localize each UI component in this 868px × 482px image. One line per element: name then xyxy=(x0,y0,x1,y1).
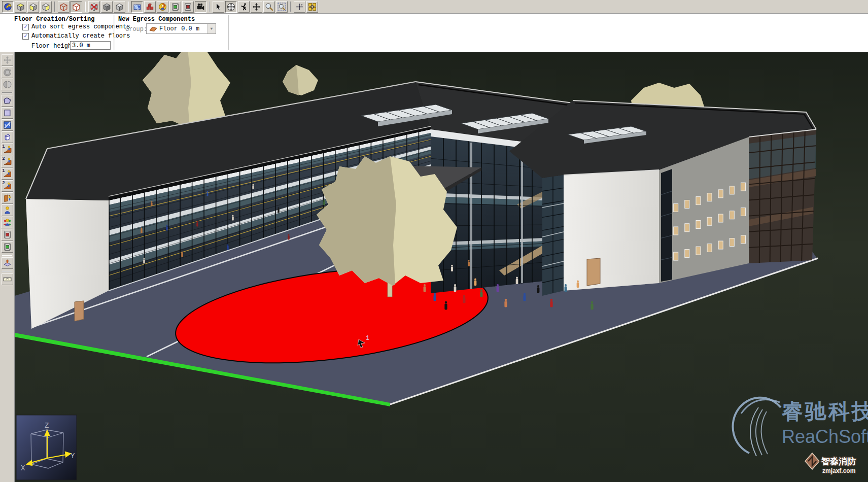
axis-z-label: Z xyxy=(45,422,49,430)
stairs-one-point-tool-button[interactable]: 1 xyxy=(2,144,13,155)
group-label: Group: xyxy=(125,26,147,33)
new-egress-panel-title: New Egress Components xyxy=(118,16,195,23)
toolbar-separator xyxy=(85,2,86,12)
toolbar-separator xyxy=(54,2,55,12)
floor-creation-panel-title: Floor Creation/Sorting xyxy=(14,16,94,23)
select-tool-button[interactable] xyxy=(213,1,224,13)
solid-light-button[interactable] xyxy=(114,1,125,13)
zoom-extents-button[interactable] xyxy=(306,1,318,13)
rectangle-room-tool-button[interactable] xyxy=(2,107,13,119)
panel-separator xyxy=(114,15,115,50)
options-panel-bar: Floor Creation/Sorting ✓ Auto sort egres… xyxy=(0,14,868,52)
floor-icon xyxy=(149,25,157,32)
axis-y-label: Y xyxy=(71,452,75,460)
show-obstructions-button[interactable] xyxy=(144,1,156,13)
checkmark-icon: ✓ xyxy=(24,24,27,30)
toolbar-separator xyxy=(209,2,210,12)
side-view-button[interactable] xyxy=(40,1,52,13)
rotate-tool-button[interactable] xyxy=(2,66,13,78)
show-transparency-button[interactable] xyxy=(131,1,143,13)
extract-floor-tool-button[interactable] xyxy=(2,257,13,269)
measure-tool-button[interactable] xyxy=(2,273,13,285)
top-view-button[interactable] xyxy=(15,1,26,13)
main-toolbar xyxy=(0,0,868,14)
group-dropdown[interactable]: Floor 0.0 m ▼ xyxy=(146,23,216,34)
hide-geometry-button[interactable] xyxy=(88,1,100,13)
add-occupant-group-tool-button[interactable] xyxy=(2,217,13,228)
group-dropdown-value: Floor 0.0 m xyxy=(159,25,207,32)
walk-tool-button[interactable] xyxy=(238,1,250,13)
dropdown-arrow-icon[interactable]: ▼ xyxy=(207,24,216,33)
sidebar-separator xyxy=(2,92,12,93)
tools-sidebar: 1 2 1 2 xyxy=(0,52,15,482)
orbit-tool-button[interactable] xyxy=(225,1,237,13)
stairs-two-point-tool-button[interactable]: 2 xyxy=(2,156,13,167)
sidebar-separator xyxy=(2,255,12,256)
move-tool-button[interactable] xyxy=(2,54,13,66)
obstruction-tool-button[interactable] xyxy=(2,131,13,143)
toolbar-separator xyxy=(128,2,129,12)
watermark-brand-cn: 睿驰科技 xyxy=(781,399,868,423)
show-cameras-button[interactable] xyxy=(195,1,206,13)
show-doors-button[interactable] xyxy=(169,1,181,13)
pan-tool-button[interactable] xyxy=(251,1,262,13)
checkmark-icon: ✓ xyxy=(24,33,27,39)
watermark-logo-cn: 智淼消防 xyxy=(821,457,856,466)
pathfinder-app-window: Floor Creation/Sorting ✓ Auto sort egres… xyxy=(0,0,868,482)
panel-separator xyxy=(228,15,229,50)
front-view-button[interactable] xyxy=(27,1,39,13)
solid-dark-button[interactable] xyxy=(101,1,113,13)
auto-sort-checkbox[interactable]: ✓ xyxy=(22,24,29,30)
3d-viewport[interactable]: 1 xyxy=(15,52,868,482)
add-occupant-tool-button[interactable] xyxy=(2,204,13,216)
watermark-brand-en: ReaChSoft xyxy=(782,426,868,447)
ramp-two-point-tool-button[interactable]: 2 xyxy=(2,180,13,192)
sidebar-separator xyxy=(2,271,12,272)
wireframe-button[interactable] xyxy=(58,1,70,13)
perspective-view-button[interactable] xyxy=(2,1,14,13)
auto-floors-checkbox[interactable]: ✓ xyxy=(22,33,29,40)
door-tool-button[interactable] xyxy=(2,192,13,204)
snap-point-button[interactable] xyxy=(294,1,305,13)
show-occupants-button[interactable] xyxy=(157,1,168,13)
interior-door-tool-button[interactable] xyxy=(2,241,13,253)
polygon-room-tool-button[interactable] xyxy=(2,95,13,107)
axis-x-label: X xyxy=(21,464,25,472)
floor-height-input[interactable] xyxy=(70,41,111,50)
hidden-line-button[interactable] xyxy=(71,1,82,13)
svg-text:1: 1 xyxy=(366,335,369,342)
zoom-box-tool-button[interactable] xyxy=(276,1,288,13)
auto-sort-checkbox-label: Auto sort egress components xyxy=(31,23,130,30)
axis-indicator: Z Y X xyxy=(16,415,77,480)
mirror-tool-button[interactable] xyxy=(2,79,13,90)
auto-floors-checkbox-label: Automatically create floors xyxy=(31,32,130,40)
thin-wall-tool-button[interactable] xyxy=(2,119,13,131)
watermark-logo-domain: zmjaxf.com xyxy=(822,467,855,474)
ramp-one-point-tool-button[interactable]: 1 xyxy=(2,168,13,180)
zoom-tool-button[interactable] xyxy=(263,1,275,13)
toolbar-separator xyxy=(290,2,291,12)
show-exits-button[interactable] xyxy=(182,1,194,13)
exit-door-tool-button[interactable] xyxy=(2,229,13,240)
